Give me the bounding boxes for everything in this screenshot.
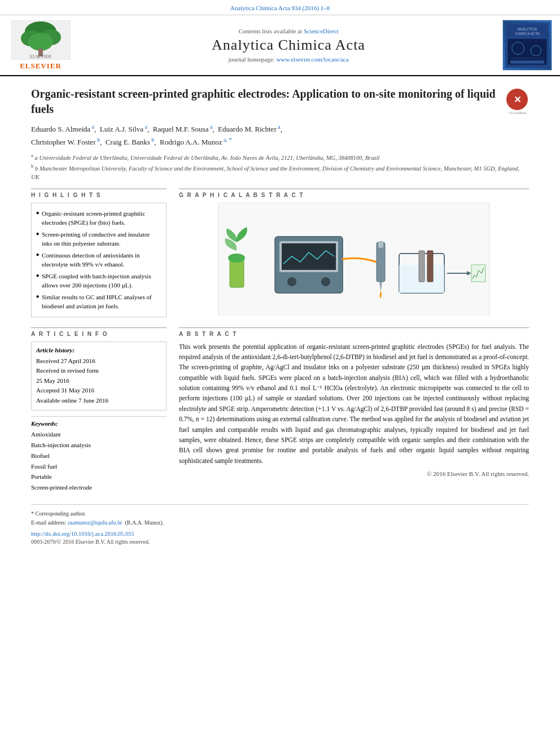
history-label: Article history: bbox=[36, 347, 161, 353]
journal-reference: Analytica Chimica Acta 934 (2016) 1–8 bbox=[230, 5, 330, 11]
abstract-section: A B S T R A C T This work presents the p… bbox=[179, 327, 529, 493]
footnote: * Corresponding author. E-mail address: … bbox=[31, 509, 529, 527]
email-author: (R.A.A. Munoz). bbox=[125, 519, 164, 526]
doi-line: http://dx.doi.org/10.1016/j.aca.2016.05.… bbox=[31, 531, 529, 537]
email-prefix: E-mail address: bbox=[31, 519, 68, 526]
received-date: Received 27 April 2016 bbox=[36, 356, 161, 366]
svg-rect-29 bbox=[419, 251, 425, 282]
keyword-3: Biofuel bbox=[31, 451, 167, 461]
highlights-header: H I G H L I G H T S bbox=[31, 189, 167, 198]
svg-rect-26 bbox=[378, 241, 383, 248]
graphical-abstract-image bbox=[179, 203, 529, 316]
article-container: Organic-resistant screen-printed graphit… bbox=[0, 76, 560, 555]
available-date: Available online 7 June 2016 bbox=[36, 396, 161, 406]
email-link[interactable]: raamunoz@iqufu.ufu.br bbox=[68, 519, 122, 526]
author6-sup: b bbox=[150, 137, 155, 143]
highlight-item-3: Continuous detection of antioxidants in … bbox=[36, 250, 161, 270]
affiliations: a a Universidade Federal de Uberlândia, … bbox=[31, 152, 529, 181]
graphical-abstract-column: G R A P H I C A L A B S T R A C T bbox=[179, 189, 529, 317]
keywords-label: Keywords: bbox=[31, 420, 167, 427]
corresponding-label: * Corresponding author. bbox=[31, 510, 86, 517]
svg-rect-30 bbox=[427, 251, 433, 282]
keyword-1: Antioxidant bbox=[31, 429, 167, 440]
doi-link[interactable]: http://dx.doi.org/10.1016/j.aca.2016.05.… bbox=[31, 531, 134, 537]
elsevier-tree-icon: ELSEVIER bbox=[11, 20, 71, 60]
highlight-item-4: SPGE coupled with batch-injection analys… bbox=[36, 270, 161, 291]
svg-rect-17 bbox=[218, 203, 489, 316]
author2-sup: a bbox=[143, 124, 147, 130]
journal-title: Analytica Chimica Acta bbox=[80, 37, 497, 54]
svg-rect-24 bbox=[282, 243, 336, 270]
keyword-2: Batch-injection analysis bbox=[31, 440, 167, 451]
author5: Christopher W. Foster bbox=[31, 138, 95, 146]
article-info-grid: A R T I C L E I N F O Article history: R… bbox=[31, 327, 529, 493]
article-history-box: Article history: Received 27 April 2016 … bbox=[31, 342, 167, 411]
keyword-6: Screen-printed electrode bbox=[31, 482, 167, 493]
svg-text:CHIMICA ACTA: CHIMICA ACTA bbox=[515, 32, 540, 36]
keywords-section: Keywords: Antioxidant Batch-injection an… bbox=[31, 420, 167, 492]
top-bar: Analytica Chimica Acta 934 (2016) 1–8 bbox=[0, 0, 560, 15]
keyword-4: Fossil fuel bbox=[31, 461, 167, 472]
graphical-abstract-header: G R A P H I C A L A B S T R A C T bbox=[179, 189, 529, 198]
author1: Eduardo S. Almeida bbox=[31, 125, 90, 133]
author3-sup: a bbox=[208, 124, 212, 130]
lab-equipment-svg bbox=[179, 203, 529, 316]
journal-cover-image: ANALYTICA CHIMICA ACTA bbox=[502, 20, 552, 71]
svg-text:ELSEVIER: ELSEVIER bbox=[30, 54, 51, 59]
cover-svg: ANALYTICA CHIMICA ACTA bbox=[505, 20, 549, 70]
highlights-abstract-section: H I G H L I G H T S Organic-resistant sc… bbox=[31, 189, 529, 317]
affil-a: a Universidade Federal de Uberlândia, Un… bbox=[35, 155, 380, 161]
article-info-header: A R T I C L E I N F O bbox=[31, 327, 167, 337]
homepage-link[interactable]: www.elsevier.com/locate/aca bbox=[276, 56, 348, 63]
journal-header: ELSEVIER ELSEVIER Contents lists availab… bbox=[0, 15, 560, 76]
crossmark-icon: ✕ bbox=[506, 89, 528, 110]
contents-line: Contents lists available at ScienceDirec… bbox=[80, 28, 497, 34]
author7: Rodrigo A.A. Munoz bbox=[160, 138, 222, 146]
issn-line: 0003-2670/© 2016 Elsevier B.V. All right… bbox=[31, 539, 529, 545]
highlight-item-1: Organic-resistant screen-printed graphit… bbox=[36, 208, 161, 229]
accepted-date: Accepted 31 May 2016 bbox=[36, 386, 161, 396]
sciencedirect-link[interactable]: ScienceDirect bbox=[304, 28, 339, 34]
author4-sup: a bbox=[277, 124, 281, 130]
svg-rect-33 bbox=[471, 265, 485, 282]
author1-sup: a bbox=[90, 124, 94, 130]
author6: Craig E. Banks bbox=[106, 138, 150, 146]
affil-b: b Manchester Metropolitan University, Fa… bbox=[31, 165, 519, 180]
svg-rect-18 bbox=[230, 259, 244, 287]
highlight-item-2: Screen-printing of conductive and insula… bbox=[36, 229, 161, 250]
abstract-header: A B S T R A C T bbox=[179, 327, 529, 337]
crossmark-badge: ✕ CrossMark bbox=[506, 89, 529, 111]
revised-date: 25 May 2016 bbox=[36, 376, 161, 386]
homepage-line: journal homepage: www.elsevier.com/locat… bbox=[80, 56, 497, 63]
article-info-left: A R T I C L E I N F O Article history: R… bbox=[31, 327, 167, 493]
svg-point-19 bbox=[228, 254, 245, 263]
authors-section: Eduardo S. Almeida a, Luiz A.J. Silva a,… bbox=[31, 123, 529, 148]
svg-point-4 bbox=[28, 33, 53, 51]
received-revised-label: Received in revised form bbox=[36, 366, 161, 376]
article-info-section: A R T I C L E I N F O Article history: R… bbox=[31, 327, 529, 493]
elsevier-label: ELSEVIER bbox=[20, 62, 62, 71]
footer-section: * Corresponding author. E-mail address: … bbox=[31, 504, 529, 545]
abstract-text: This work presents the potential applica… bbox=[179, 342, 529, 466]
journal-center: Contents lists available at ScienceDirec… bbox=[80, 28, 497, 63]
svg-text:ANALYTICA: ANALYTICA bbox=[518, 27, 537, 31]
highlight-item-5: Similar results to GC and HPLC analyses … bbox=[36, 291, 161, 312]
keyword-5: Portable bbox=[31, 471, 167, 482]
svg-rect-16 bbox=[510, 60, 544, 63]
copyright: © 2016 Elsevier B.V. All rights reserved… bbox=[179, 470, 529, 477]
article-title: Organic-resistant screen-printed graphit… bbox=[31, 86, 501, 117]
svg-rect-25 bbox=[377, 242, 385, 282]
author3: Raquel M.F. Sousa bbox=[153, 125, 209, 133]
svg-point-22 bbox=[287, 277, 296, 286]
svg-point-23 bbox=[321, 277, 330, 286]
journal-cover: ANALYTICA CHIMICA ACTA bbox=[502, 20, 553, 71]
author4: Eduardo M. Richter bbox=[218, 125, 277, 133]
highlights-list: Organic-resistant screen-printed graphit… bbox=[31, 203, 167, 317]
author7-sup: a, * bbox=[222, 137, 232, 143]
author2: Luiz A.J. Silva bbox=[100, 125, 143, 133]
author5-sup: b bbox=[95, 137, 100, 143]
article-title-section: Organic-resistant screen-printed graphit… bbox=[31, 86, 529, 117]
highlights-column: H I G H L I G H T S Organic-resistant sc… bbox=[31, 189, 167, 317]
elsevier-logo: ELSEVIER ELSEVIER bbox=[7, 20, 75, 71]
